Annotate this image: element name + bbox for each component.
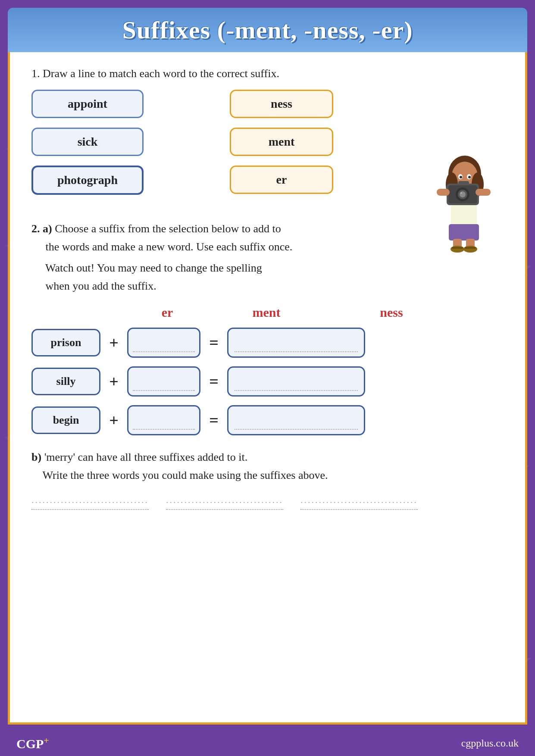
section2-number: 2. a) [31,222,52,235]
suffix-headers-row: er ment ness [131,305,504,320]
watchout-text: Watch out! You may need to change the sp… [31,259,504,295]
word-begin: begin [31,406,100,434]
result-input-prison[interactable] [227,328,365,358]
merry-answer-2[interactable]: ................................ [166,492,283,510]
dotted-line-3b [235,429,358,430]
section-b-instruction: b) 'merry' can have all three suffixes a… [31,448,504,484]
exercise-row-begin: begin + = [31,405,504,435]
words-column: appoint sick photograph [31,90,144,195]
dotted-line-1b [235,351,358,352]
suffix-er: er [230,166,333,194]
suffix-ment: ment [230,128,333,156]
svg-point-24 [468,176,471,178]
section-b-answers: ................................ .......… [31,492,504,510]
cgp-logo: CGP+ [16,735,49,751]
word-sick: sick [31,128,144,156]
word-appoint: appoint [31,90,144,118]
page-title: Suffixes (-ment, -ness, -er) [21,16,514,44]
character-svg [435,154,495,253]
plus-sign-2: + [107,372,120,391]
word-prison: prison [31,329,100,356]
svg-point-18 [463,246,477,253]
suffix-header-ness: ness [338,305,445,320]
word-photograph: photograph [31,166,144,195]
svg-rect-10 [458,181,469,185]
svg-rect-20 [465,247,476,249]
section-b: b) 'merry' can have all three suffixes a… [31,448,504,509]
equals-sign-1: = [207,333,220,352]
suffix-ness: ness [230,90,333,118]
main-content-card: 1. Draw a line to match each word to the… [8,52,527,725]
exercise-row-silly: silly + = [31,366,504,397]
result-input-silly[interactable] [227,366,365,397]
plus-sign-1: + [107,333,120,352]
suffix-input-prison[interactable] [127,328,200,358]
suffix-header-er: er [131,305,204,320]
cgp-superscript: + [44,735,49,746]
dotted-line-2a [133,390,195,391]
svg-rect-14 [449,224,479,241]
svg-rect-19 [452,247,463,249]
svg-point-8 [460,191,466,197]
section1-block: 1. Draw a line to match each word to the… [31,65,504,195]
section2-instruction: 2. a) Choose a suffix from the selection… [31,220,504,256]
section1-instruction: 1. Draw a line to match each word to the… [31,65,504,82]
equals-sign-3: = [207,411,220,430]
exercise-rows: prison + = silly + = [31,328,504,435]
svg-rect-12 [476,189,491,196]
suffix-input-begin[interactable] [127,405,200,435]
website-url: cgpplus.co.uk [461,737,519,749]
match-section: appoint sick photograph ness ment er [31,90,504,195]
page-footer: CGP+ cgpplus.co.uk [8,730,527,756]
dotted-line-1a [133,351,195,352]
suffixes-column: ness ment er [230,90,333,194]
page-header: Suffixes (-ment, -ness, -er) [8,8,527,52]
plus-sign-3: + [107,411,120,430]
merry-answer-3[interactable]: ................................ [300,492,418,510]
svg-point-17 [451,246,464,253]
section1-number: 1. [31,67,40,80]
dotted-line-2b [235,390,358,391]
character-illustration [435,154,495,255]
section1-text: Draw a line to match each word to the co… [43,67,279,80]
svg-rect-13 [451,205,477,227]
exercise-row-prison: prison + = [31,328,504,358]
dotted-line-3a [133,429,195,430]
merry-answer-1[interactable]: ................................ [31,492,149,510]
svg-point-23 [460,176,462,178]
suffix-header-ment: ment [230,305,303,320]
result-input-begin[interactable] [227,405,365,435]
word-silly: silly [31,368,100,395]
section2-block: 2. a) Choose a suffix from the selection… [31,220,504,510]
equals-sign-2: = [207,372,220,391]
svg-rect-11 [437,189,450,196]
suffix-input-silly[interactable] [127,366,200,397]
svg-point-9 [460,192,462,194]
